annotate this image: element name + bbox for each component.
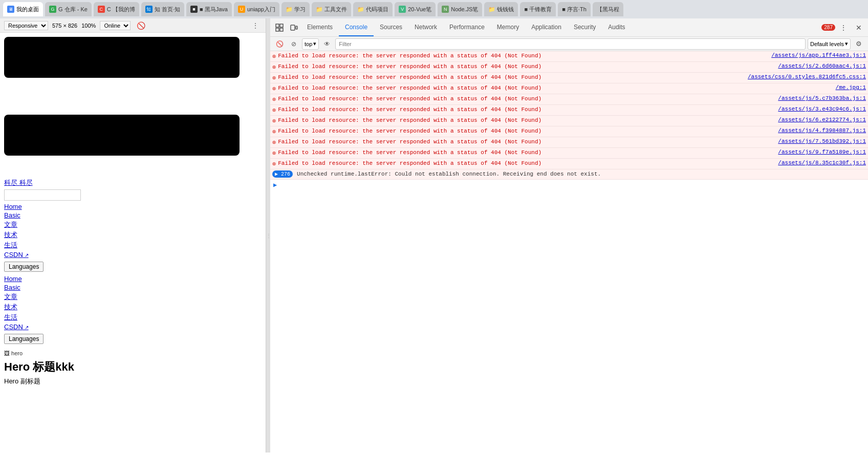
tab-label: ■ 黑马Java	[200, 6, 228, 13]
tab-folder2[interactable]: 📁 工具文件	[312, 2, 351, 16]
console-source[interactable]: /assets/js/9.f7a5189e.js:1	[778, 149, 866, 155]
tab-node[interactable]: N Node.JS笔	[438, 2, 482, 16]
tab-elements[interactable]: Elements	[301, 18, 339, 36]
hero-section: 🖼 hero Hero 标题kkk Hero 副标题	[4, 350, 262, 386]
error-icon: ⊗	[272, 106, 276, 114]
tab-favicon: N	[442, 6, 449, 13]
console-source[interactable]: /assets/js/5.c7b363ba.js:1	[778, 95, 866, 101]
black-box-1	[4, 37, 240, 78]
console-runtime-error-row: ▶ 276 Unchecked runtime.lastError: Could…	[270, 169, 868, 180]
tab-favicon: U	[238, 6, 245, 13]
responsive-select[interactable]: Responsive	[4, 21, 48, 30]
tab-application[interactable]: Application	[525, 18, 568, 36]
tab-uniapp[interactable]: U uniapp入门	[234, 2, 279, 16]
search-input[interactable]	[4, 189, 81, 201]
levels-value: Default levels	[810, 41, 844, 47]
nav-csdn-link[interactable]: CSDN	[4, 251, 262, 259]
inspect-element-btn[interactable]	[272, 20, 287, 35]
error-icon: ⊗	[272, 63, 276, 71]
tab-favicon: G	[49, 6, 56, 13]
zoom-display: 100%	[81, 23, 96, 29]
console-filter-btn[interactable]: ⊘	[288, 38, 300, 50]
nav-home-link-2[interactable]: Home	[4, 275, 262, 283]
tab-preface[interactable]: ■ 序言·Th	[558, 2, 591, 16]
tab-label: 📁 学习	[286, 6, 306, 13]
preview-content: 科尽 科尽 Home Basic 文章 技术 生活 CSDN Languages…	[0, 33, 266, 390]
tab-sources[interactable]: Sources	[374, 18, 408, 36]
console-source[interactable]: /assets/js/4.f3984887.js:1	[778, 127, 866, 134]
main-layout: Responsive 575 × 826 100% Online 🚫 ⋮ 科尽 …	[0, 18, 868, 453]
runtime-error-badge: ▶ 276	[272, 170, 293, 178]
devtools-more-btn[interactable]: ⋮	[836, 20, 851, 35]
tab-g[interactable]: G G 仓库 - Ke	[45, 2, 92, 16]
preview-pane: Responsive 575 × 826 100% Online 🚫 ⋮ 科尽 …	[0, 18, 266, 453]
tab-label: C 【我的博	[107, 6, 135, 13]
tab-console[interactable]: Console	[339, 18, 374, 36]
filter-input[interactable]	[335, 38, 806, 50]
tab-memory[interactable]: Memory	[491, 18, 525, 36]
no-throttle-icon[interactable]: 🚫	[135, 19, 147, 32]
network-select[interactable]: Online	[100, 21, 131, 30]
console-source[interactable]: /assets/js/2.6d60aac4.js:1	[778, 63, 866, 69]
console-source[interactable]: /assets/js/app.1ff44ae3.js:1	[771, 52, 866, 58]
tab-label: 知 首页·知	[155, 6, 180, 13]
devtools-close-btn[interactable]: ✕	[852, 20, 866, 35]
tab-heima[interactable]: ■ ■ 黑马Java	[186, 2, 232, 16]
black-box-2	[4, 115, 240, 156]
tab-heima2[interactable]: 【黑马程	[593, 2, 623, 16]
tab-audits[interactable]: Audits	[602, 18, 631, 36]
console-source[interactable]: /assets/js/3.e43c94c6.js:1	[778, 106, 866, 112]
console-source[interactable]: /me.jpg:1	[836, 84, 866, 91]
more-options-btn[interactable]: ⋮	[249, 19, 262, 32]
tab-money[interactable]: 📁 钱钱钱	[484, 2, 518, 16]
tab-vue[interactable]: V 20-Vue笔	[395, 2, 436, 16]
device-toggle-btn[interactable]	[287, 20, 301, 35]
tab-zhi[interactable]: 知 知 首页·知	[141, 2, 184, 16]
tab-qianfeng[interactable]: ■ 千锋教育	[520, 2, 556, 16]
nav-home-link[interactable]: Home	[4, 203, 262, 210]
svg-rect-1	[280, 24, 283, 27]
languages-button-1[interactable]: Languages	[4, 262, 44, 272]
nav-csdn-link-2[interactable]: CSDN	[4, 323, 262, 331]
console-source[interactable]: /assets/js/7.561bd392.js:1	[778, 138, 866, 144]
settings-icon-btn[interactable]: ⚙	[853, 38, 865, 50]
nav-basic-link-2[interactable]: Basic	[4, 284, 262, 291]
active-tab[interactable]: 🖥 我的桌面	[3, 2, 43, 16]
console-source[interactable]: /assets/js/8.35c1c30f.js:1	[778, 160, 866, 166]
svg-rect-3	[280, 28, 283, 31]
tab-label: ■ 序言·Th	[562, 6, 587, 13]
nav-tech-link[interactable]: 技术	[4, 230, 262, 240]
nav-article-link[interactable]: 文章	[4, 220, 262, 229]
console-message: Failed to load resource: the server resp…	[278, 106, 772, 114]
prompt-icon: ▶	[273, 181, 277, 189]
nav-article-link-2[interactable]: 文章	[4, 292, 262, 302]
console-error-row: ⊗ Failed to load resource: the server re…	[270, 137, 868, 148]
nav-basic-link[interactable]: Basic	[4, 211, 262, 219]
devtools-topbar: Elements Console Sources Network Perform…	[270, 18, 868, 37]
clear-console-btn[interactable]: 🚫	[273, 38, 286, 50]
resize-handle[interactable]: ⋮	[266, 18, 270, 453]
levels-chevron: ▾	[845, 40, 848, 47]
console-input[interactable]	[279, 182, 865, 188]
tab-network[interactable]: Network	[408, 18, 443, 36]
console-message: Failed to load resource: the server resp…	[278, 63, 772, 71]
nav-life-link[interactable]: 生活	[4, 241, 262, 250]
dimensions-display: 575 × 826	[52, 23, 77, 29]
nav-tech-link-2[interactable]: 技术	[4, 303, 262, 312]
tab-label: uniapp入门	[247, 6, 275, 13]
browser-tabs-bar: 🖥 我的桌面 G G 仓库 - Ke C C 【我的博 知 知 首页·知 ■ ■…	[0, 0, 868, 18]
console-source[interactable]: /assets/css/0.styles.821d6fc5.css:1	[748, 74, 866, 80]
tab-security[interactable]: Security	[568, 18, 602, 36]
console-source[interactable]: /assets/js/6.e2122774.js:1	[778, 117, 866, 123]
tab-performance[interactable]: Performance	[443, 18, 491, 36]
logo-link[interactable]: 科尽 科尽	[4, 178, 262, 187]
languages-button-2[interactable]: Languages	[4, 334, 44, 344]
context-select[interactable]: top ▾	[302, 38, 319, 50]
console-error-row: ⊗ Failed to load resource: the server re…	[270, 51, 868, 62]
eye-icon-btn[interactable]: 👁	[321, 38, 333, 50]
nav-life-link-2[interactable]: 生活	[4, 313, 262, 322]
tab-folder3[interactable]: 📁 代码项目	[353, 2, 393, 16]
tab-c[interactable]: C C 【我的博	[94, 2, 139, 16]
tab-folder1[interactable]: 📁 学习	[281, 2, 310, 16]
levels-select[interactable]: Default levels ▾	[808, 38, 851, 50]
